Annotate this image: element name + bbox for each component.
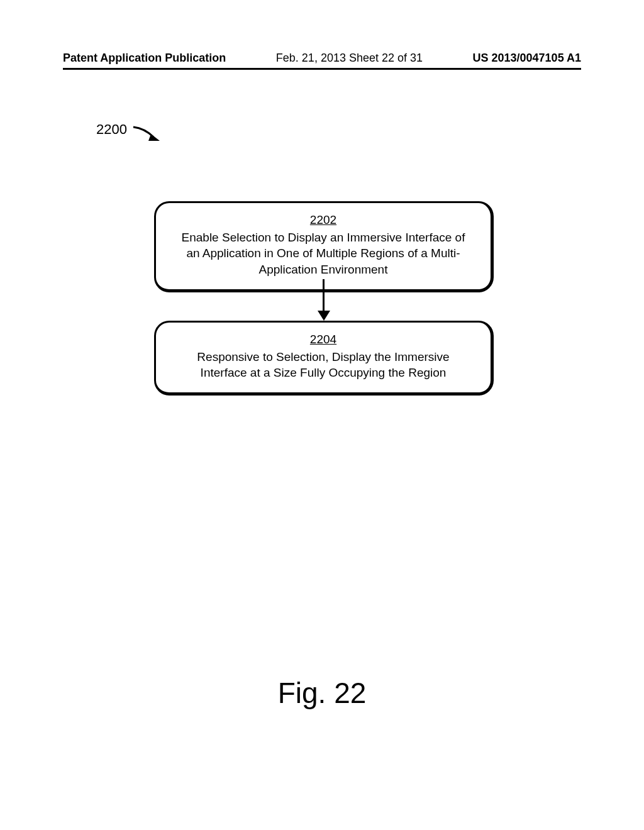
reference-arrow-icon <box>132 124 164 143</box>
flowchart-step-2204: 2204 Responsive to Selection, Display th… <box>154 321 494 396</box>
publication-type: Patent Application Publication <box>63 52 226 65</box>
header-rule <box>63 68 581 70</box>
step-number: 2204 <box>175 331 472 348</box>
figure-reference-number: 2200 <box>96 121 127 138</box>
flowchart-step-2202: 2202 Enable Selection to Display an Imme… <box>154 201 494 292</box>
step-text: Responsive to Selection, Display the Imm… <box>197 350 449 380</box>
step-text: Enable Selection to Display an Immersive… <box>182 231 465 276</box>
date-and-sheet: Feb. 21, 2013 Sheet 22 of 31 <box>276 52 423 65</box>
figure-label: Fig. 22 <box>0 676 644 710</box>
publication-number: US 2013/0047105 A1 <box>473 52 581 65</box>
step-number: 2202 <box>175 212 472 228</box>
arrowhead-down-icon <box>318 311 330 321</box>
page-header: Patent Application Publication Feb. 21, … <box>0 52 644 65</box>
flowchart-connector <box>323 279 325 314</box>
